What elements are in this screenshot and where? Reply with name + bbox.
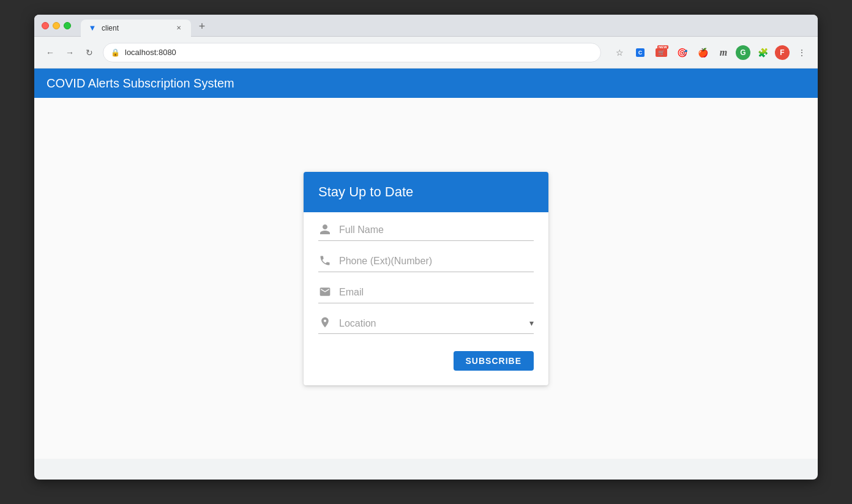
card-body: Location New York Los Angeles Chicago Ho… [304, 212, 548, 385]
extensions-icon[interactable]: 🧩 [754, 44, 771, 61]
location-field: Location New York Los Angeles Chicago Ho… [318, 316, 534, 334]
forward-icon: → [65, 48, 74, 57]
browser-titlebar: ▼ client ✕ + [34, 15, 818, 37]
page-content: COVID Alerts Subscription System Stay Up… [34, 69, 818, 459]
address-bar[interactable]: 🔒 localhost:8080 [103, 43, 601, 62]
ext-icon-3[interactable]: 🎯 [673, 44, 690, 61]
new-tab-button[interactable]: + [193, 18, 211, 35]
ext-icon-1[interactable]: C [632, 44, 649, 61]
ext-icon-4[interactable]: 🍎 [694, 44, 711, 61]
location-select-wrapper: Location New York Los Angeles Chicago Ho… [339, 316, 534, 331]
email-input[interactable] [339, 284, 534, 300]
refresh-icon: ↻ [86, 48, 93, 57]
dropdown-arrow-icon: ▾ [529, 318, 534, 328]
refresh-button[interactable]: ↻ [81, 44, 98, 61]
browser-nav: ← → ↻ [42, 44, 98, 61]
subscription-card: Stay Up to Date [304, 172, 548, 385]
full-name-input[interactable] [339, 222, 534, 238]
phone-icon [318, 254, 332, 269]
bookmark-icon[interactable]: ☆ [611, 44, 628, 61]
toolbar-icons: ☆ C 🛒 NEW 🎯 🍎 m G 🧩 F ⋮ [611, 44, 810, 61]
phone-input[interactable] [339, 253, 534, 269]
menu-icon[interactable]: ⋮ [793, 44, 810, 61]
back-icon: ← [46, 48, 54, 57]
email-field [318, 284, 534, 303]
minimize-window-button[interactable] [53, 22, 60, 29]
tab-close-button[interactable]: ✕ [174, 23, 184, 33]
maximize-window-button[interactable] [64, 22, 71, 29]
profile-icon[interactable]: F [775, 45, 790, 60]
card-header: Stay Up to Date [304, 172, 548, 212]
card-title: Stay Up to Date [318, 184, 413, 199]
tab-favicon-icon: ▼ [88, 24, 97, 32]
ext-icon-6[interactable]: G [736, 45, 750, 60]
subscribe-button[interactable]: SUBSCRIBE [454, 351, 534, 371]
main-content: Stay Up to Date [34, 98, 818, 459]
ext-icon-5[interactable]: m [715, 44, 732, 61]
person-icon [318, 223, 332, 238]
forward-button[interactable]: → [61, 44, 78, 61]
location-select[interactable]: Location New York Los Angeles Chicago Ho… [339, 316, 529, 331]
url-display: localhost:8080 [125, 48, 176, 57]
full-name-field [318, 222, 534, 241]
app-header: COVID Alerts Subscription System [34, 69, 818, 98]
browser-tab[interactable]: ▼ client ✕ [81, 20, 191, 37]
traffic-lights [42, 22, 71, 29]
location-icon [318, 316, 332, 331]
tab-title: client [102, 24, 119, 32]
lock-icon: 🔒 [111, 48, 120, 57]
phone-field [318, 253, 534, 272]
app-title: COVID Alerts Subscription System [47, 76, 234, 91]
browser-window: ▼ client ✕ + ← → ↻ 🔒 localhost:8080 [34, 15, 818, 480]
card-actions: SUBSCRIBE [318, 346, 534, 371]
address-bar-row: ← → ↻ 🔒 localhost:8080 ☆ C 🛒 NEW 🎯 🍎 [34, 37, 818, 69]
close-window-button[interactable] [42, 22, 49, 29]
ext-icon-2[interactable]: 🛒 NEW [652, 44, 670, 61]
back-button[interactable]: ← [42, 44, 59, 61]
email-icon [318, 286, 332, 300]
